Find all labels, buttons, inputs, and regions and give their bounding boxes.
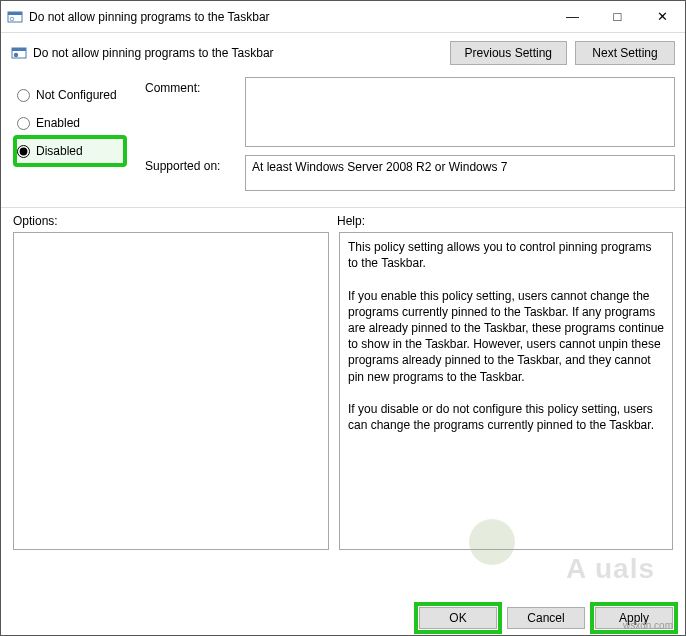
svg-rect-4	[12, 48, 26, 51]
radio-disabled[interactable]: Disabled	[15, 137, 125, 165]
credit-text: wsxdn.com	[623, 620, 673, 631]
window-title: Do not allow pinning programs to the Tas…	[29, 10, 550, 24]
footer: OK Cancel Apply	[1, 607, 685, 629]
radio-enabled-input[interactable]	[17, 117, 30, 130]
watermark-text: A uals	[566, 553, 655, 585]
options-label: Options:	[13, 214, 337, 228]
radio-enabled-label: Enabled	[36, 116, 80, 130]
next-setting-button[interactable]: Next Setting	[575, 41, 675, 65]
options-panel	[13, 232, 329, 550]
radio-not-configured[interactable]: Not Configured	[15, 81, 125, 109]
radio-not-configured-label: Not Configured	[36, 88, 117, 102]
radio-enabled[interactable]: Enabled	[15, 109, 125, 137]
policy-title: Do not allow pinning programs to the Tas…	[33, 46, 442, 60]
maximize-button[interactable]: □	[595, 2, 640, 32]
app-icon	[7, 9, 23, 25]
help-label: Help:	[337, 214, 673, 228]
titlebar: Do not allow pinning programs to the Tas…	[1, 1, 685, 33]
minimize-button[interactable]: —	[550, 2, 595, 32]
close-button[interactable]: ✕	[640, 2, 685, 32]
supported-on-label: Supported on:	[145, 155, 233, 173]
state-radios: Not Configured Enabled Disabled	[15, 77, 125, 199]
help-panel: This policy setting allows you to contro…	[339, 232, 673, 550]
previous-setting-button[interactable]: Previous Setting	[450, 41, 567, 65]
cancel-button[interactable]: Cancel	[507, 607, 585, 629]
supported-on-value: At least Windows Server 2008 R2 or Windo…	[245, 155, 675, 191]
comment-input[interactable]	[245, 77, 675, 147]
ok-button[interactable]: OK	[419, 607, 497, 629]
divider	[1, 207, 685, 208]
policy-icon	[11, 45, 27, 61]
config-area: Not Configured Enabled Disabled Comment:…	[1, 77, 685, 199]
svg-rect-1	[8, 12, 22, 15]
header: Do not allow pinning programs to the Tas…	[1, 33, 685, 77]
radio-disabled-label: Disabled	[36, 144, 83, 158]
radio-not-configured-input[interactable]	[17, 89, 30, 102]
radio-disabled-input[interactable]	[17, 145, 30, 158]
svg-point-5	[14, 53, 18, 57]
comment-label: Comment:	[145, 77, 233, 95]
